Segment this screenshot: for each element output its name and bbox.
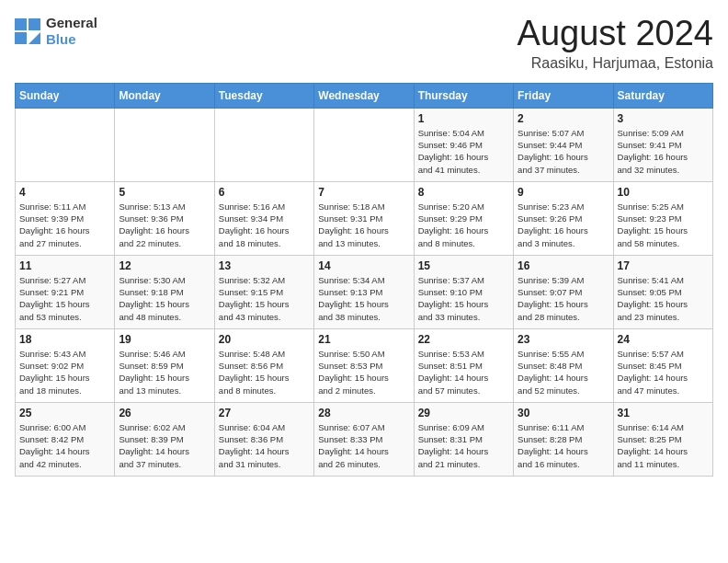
day-info: Sunrise: 6:02 AM Sunset: 8:39 PM Dayligh…: [119, 421, 210, 470]
header-wednesday: Wednesday: [314, 83, 414, 108]
day-number: 21: [318, 333, 409, 346]
day-info: Sunrise: 5:32 AM Sunset: 9:15 PM Dayligh…: [219, 274, 310, 323]
calendar-cell: 25Sunrise: 6:00 AM Sunset: 8:42 PM Dayli…: [16, 402, 115, 476]
day-info: Sunrise: 6:14 AM Sunset: 8:25 PM Dayligh…: [618, 421, 709, 470]
logo: General Blue: [15, 15, 97, 48]
logo-text-general: General: [46, 15, 97, 30]
header-saturday: Saturday: [613, 83, 712, 108]
calendar-cell: 2Sunrise: 5:07 AM Sunset: 9:44 PM Daylig…: [514, 108, 613, 181]
day-number: 2: [518, 112, 609, 125]
week-row-3: 18Sunrise: 5:43 AM Sunset: 9:02 PM Dayli…: [16, 328, 713, 402]
calendar-cell: 23Sunrise: 5:55 AM Sunset: 8:48 PM Dayli…: [514, 328, 613, 402]
day-info: Sunrise: 5:39 AM Sunset: 9:07 PM Dayligh…: [518, 274, 609, 323]
day-info: Sunrise: 5:07 AM Sunset: 9:44 PM Dayligh…: [518, 127, 609, 176]
day-info: Sunrise: 6:07 AM Sunset: 8:33 PM Dayligh…: [318, 421, 409, 470]
day-number: 14: [318, 259, 409, 272]
day-number: 17: [618, 259, 709, 272]
day-info: Sunrise: 5:43 AM Sunset: 9:02 PM Dayligh…: [19, 348, 110, 396]
calendar-cell: 14Sunrise: 5:34 AM Sunset: 9:13 PM Dayli…: [314, 255, 414, 328]
days-header-row: SundayMondayTuesdayWednesdayThursdayFrid…: [16, 83, 713, 108]
week-row-2: 11Sunrise: 5:27 AM Sunset: 9:21 PM Dayli…: [16, 255, 713, 328]
calendar-cell: [214, 108, 313, 181]
week-row-0: 1Sunrise: 5:04 AM Sunset: 9:46 PM Daylig…: [16, 108, 713, 181]
location-title: Raasiku, Harjumaa, Estonia: [518, 55, 713, 72]
calendar-cell: 1Sunrise: 5:04 AM Sunset: 9:46 PM Daylig…: [414, 108, 513, 181]
day-info: Sunrise: 5:04 AM Sunset: 9:46 PM Dayligh…: [418, 127, 509, 176]
month-title: August 2024: [518, 15, 713, 53]
calendar-table: SundayMondayTuesdayWednesdayThursdayFrid…: [15, 83, 713, 477]
day-info: Sunrise: 5:37 AM Sunset: 9:10 PM Dayligh…: [418, 274, 509, 323]
header-thursday: Thursday: [414, 83, 513, 108]
day-number: 4: [19, 186, 110, 199]
calendar-cell: 3Sunrise: 5:09 AM Sunset: 9:41 PM Daylig…: [613, 108, 712, 181]
calendar-cell: [16, 108, 115, 181]
day-info: Sunrise: 5:55 AM Sunset: 8:48 PM Dayligh…: [518, 348, 609, 396]
header-friday: Friday: [514, 83, 613, 108]
calendar-cell: 30Sunrise: 6:11 AM Sunset: 8:28 PM Dayli…: [514, 402, 613, 476]
calendar-cell: 26Sunrise: 6:02 AM Sunset: 8:39 PM Dayli…: [115, 402, 214, 476]
day-info: Sunrise: 5:46 AM Sunset: 8:59 PM Dayligh…: [119, 348, 210, 396]
day-number: 1: [418, 112, 509, 125]
day-number: 27: [219, 407, 310, 419]
day-number: 5: [119, 186, 210, 199]
calendar-cell: 21Sunrise: 5:50 AM Sunset: 8:53 PM Dayli…: [314, 328, 414, 402]
day-info: Sunrise: 6:09 AM Sunset: 8:31 PM Dayligh…: [418, 421, 509, 470]
day-number: 29: [418, 407, 509, 419]
day-number: 13: [219, 259, 310, 272]
day-info: Sunrise: 5:57 AM Sunset: 8:45 PM Dayligh…: [618, 348, 709, 396]
day-number: 22: [418, 333, 509, 346]
calendar-cell: 20Sunrise: 5:48 AM Sunset: 8:56 PM Dayli…: [214, 328, 313, 402]
day-info: Sunrise: 5:27 AM Sunset: 9:21 PM Dayligh…: [19, 274, 110, 323]
calendar-cell: 15Sunrise: 5:37 AM Sunset: 9:10 PM Dayli…: [414, 255, 513, 328]
day-info: Sunrise: 5:25 AM Sunset: 9:23 PM Dayligh…: [618, 201, 709, 249]
day-number: 7: [318, 186, 409, 199]
day-number: 18: [19, 333, 110, 346]
week-row-1: 4Sunrise: 5:11 AM Sunset: 9:39 PM Daylig…: [16, 181, 713, 255]
calendar-cell: 18Sunrise: 5:43 AM Sunset: 9:02 PM Dayli…: [16, 328, 115, 402]
day-number: 10: [618, 186, 709, 199]
day-info: Sunrise: 5:16 AM Sunset: 9:34 PM Dayligh…: [219, 201, 310, 249]
day-info: Sunrise: 5:50 AM Sunset: 8:53 PM Dayligh…: [318, 348, 409, 396]
calendar-cell: 10Sunrise: 5:25 AM Sunset: 9:23 PM Dayli…: [613, 181, 712, 255]
calendar-cell: 9Sunrise: 5:23 AM Sunset: 9:26 PM Daylig…: [514, 181, 613, 255]
day-info: Sunrise: 5:09 AM Sunset: 9:41 PM Dayligh…: [618, 127, 709, 176]
calendar-cell: 22Sunrise: 5:53 AM Sunset: 8:51 PM Dayli…: [414, 328, 513, 402]
day-info: Sunrise: 5:11 AM Sunset: 9:39 PM Dayligh…: [19, 201, 110, 249]
day-info: Sunrise: 6:00 AM Sunset: 8:42 PM Dayligh…: [19, 421, 110, 470]
svg-rect-1: [28, 18, 40, 30]
day-number: 15: [418, 259, 509, 272]
day-info: Sunrise: 5:18 AM Sunset: 9:31 PM Dayligh…: [318, 201, 409, 249]
day-info: Sunrise: 5:48 AM Sunset: 8:56 PM Dayligh…: [219, 348, 310, 396]
calendar-cell: 28Sunrise: 6:07 AM Sunset: 8:33 PM Dayli…: [314, 402, 414, 476]
day-number: 19: [119, 333, 210, 346]
calendar-cell: 27Sunrise: 6:04 AM Sunset: 8:36 PM Dayli…: [214, 402, 313, 476]
header: General Blue August 2024 Raasiku, Harjum…: [15, 15, 713, 72]
calendar-cell: 4Sunrise: 5:11 AM Sunset: 9:39 PM Daylig…: [16, 181, 115, 255]
calendar-cell: 19Sunrise: 5:46 AM Sunset: 8:59 PM Dayli…: [115, 328, 214, 402]
day-number: 12: [119, 259, 210, 272]
calendar-cell: 31Sunrise: 6:14 AM Sunset: 8:25 PM Dayli…: [613, 402, 712, 476]
day-info: Sunrise: 5:41 AM Sunset: 9:05 PM Dayligh…: [618, 274, 709, 323]
day-number: 24: [618, 333, 709, 346]
title-area: August 2024 Raasiku, Harjumaa, Estonia: [518, 15, 713, 72]
calendar-cell: 16Sunrise: 5:39 AM Sunset: 9:07 PM Dayli…: [514, 255, 613, 328]
day-number: 11: [19, 259, 110, 272]
calendar-cell: 5Sunrise: 5:13 AM Sunset: 9:36 PM Daylig…: [115, 181, 214, 255]
calendar-cell: 24Sunrise: 5:57 AM Sunset: 8:45 PM Dayli…: [613, 328, 712, 402]
calendar-cell: [115, 108, 214, 181]
svg-rect-2: [15, 32, 27, 44]
svg-marker-3: [28, 32, 40, 44]
header-monday: Monday: [115, 83, 214, 108]
calendar-cell: 12Sunrise: 5:30 AM Sunset: 9:18 PM Dayli…: [115, 255, 214, 328]
calendar-cell: 8Sunrise: 5:20 AM Sunset: 9:29 PM Daylig…: [414, 181, 513, 255]
day-number: 26: [119, 407, 210, 419]
day-number: 25: [19, 407, 110, 419]
day-info: Sunrise: 5:13 AM Sunset: 9:36 PM Dayligh…: [119, 201, 210, 249]
day-info: Sunrise: 5:30 AM Sunset: 9:18 PM Dayligh…: [119, 274, 210, 323]
day-number: 23: [518, 333, 609, 346]
logo-text-blue: Blue: [46, 31, 76, 47]
calendar-cell: 29Sunrise: 6:09 AM Sunset: 8:31 PM Dayli…: [414, 402, 513, 476]
day-number: 20: [219, 333, 310, 346]
day-info: Sunrise: 6:11 AM Sunset: 8:28 PM Dayligh…: [518, 421, 609, 470]
day-info: Sunrise: 5:23 AM Sunset: 9:26 PM Dayligh…: [518, 201, 609, 249]
